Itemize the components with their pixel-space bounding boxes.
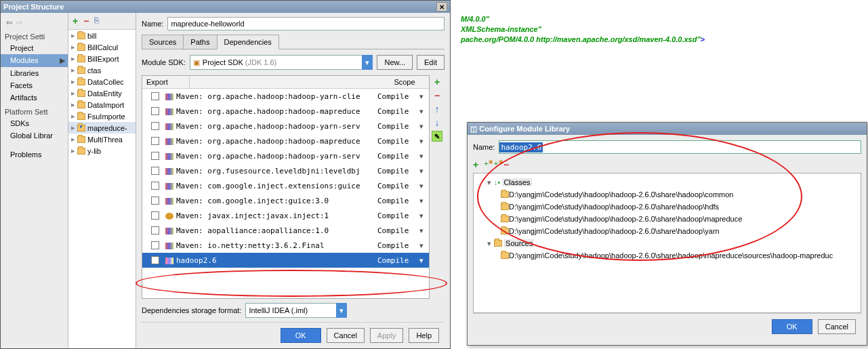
ok-button[interactable]: OK xyxy=(772,319,812,334)
dependency-row[interactable]: Maven: org.apache.hadoop:hadoop-yarn-cli… xyxy=(142,89,429,104)
scope-dropdown-icon[interactable]: ▾ xyxy=(419,256,429,265)
add-lib-icon[interactable]: +▣ xyxy=(494,159,498,170)
edit-button[interactable]: Edit xyxy=(417,55,445,70)
titlebar[interactable]: Project Structure ✕ xyxy=(1,1,450,13)
scope-dropdown-icon[interactable]: ▾ xyxy=(419,182,429,190)
dependency-row[interactable]: Maven: javax.inject:javax.inject:1Compil… xyxy=(142,208,429,223)
sidebar-item-artifacts[interactable]: Artifacts xyxy=(1,91,68,104)
remove-icon[interactable]: − xyxy=(83,16,89,26)
edit-dep-icon[interactable]: ✎ xyxy=(432,131,442,142)
scope-dropdown-icon[interactable]: ▾ xyxy=(419,211,429,220)
scope-value: Compile xyxy=(377,241,419,250)
export-checkbox[interactable] xyxy=(151,137,159,145)
apply-button[interactable]: Apply xyxy=(370,328,404,343)
dependency-row[interactable]: hadoop2.6Compile▾ xyxy=(142,253,429,268)
scope-dropdown-icon[interactable]: ▾ xyxy=(419,137,429,146)
module-item[interactable]: ▸y-lib xyxy=(68,145,136,157)
dependency-row[interactable]: Maven: org.apache.hadoop:hadoop-mapreduc… xyxy=(142,134,429,148)
scope-dropdown-icon[interactable]: ▾ xyxy=(419,241,429,250)
dependency-row[interactable]: Maven: aopalliance:aopalliance:1.0Compil… xyxy=(142,223,429,238)
tab-dependencies[interactable]: Dependencies xyxy=(217,35,279,49)
dependency-row[interactable]: Maven: org.apache.hadoop:hadoop-mapreduc… xyxy=(142,104,429,119)
scope-dropdown-icon[interactable]: ▾ xyxy=(419,152,429,161)
folder-icon xyxy=(77,125,85,131)
tree-path-item[interactable]: D:\yangjm\Code\study\hadoop\hadoop-2.6.0… xyxy=(476,201,858,213)
dep-add-icon[interactable]: + xyxy=(432,77,442,87)
module-item[interactable]: ▸DataEntity xyxy=(68,87,136,99)
export-checkbox[interactable] xyxy=(151,152,159,160)
ok-button[interactable]: OK xyxy=(281,328,321,343)
sdk-combo[interactable]: ▣ Project SDK (JDK 1.6) ▾ xyxy=(190,55,373,70)
scope-dropdown-icon[interactable]: ▾ xyxy=(419,226,429,235)
sidebar-item-libraries[interactable]: Libraries xyxy=(1,67,68,79)
dependency-row[interactable]: Maven: com.google.inject:guice:3.0Compil… xyxy=(142,193,429,208)
module-item[interactable]: ▸BillExport xyxy=(68,53,136,64)
copy-icon[interactable]: ⎘ xyxy=(94,16,99,26)
tab-sources[interactable]: Sources xyxy=(142,35,184,49)
module-item[interactable]: ▸DataImport xyxy=(68,99,136,110)
remove-icon[interactable]: − xyxy=(503,159,509,170)
module-item[interactable]: ▸bill xyxy=(68,30,136,41)
export-checkbox[interactable] xyxy=(151,182,159,190)
move-down-icon[interactable]: ↓ xyxy=(432,117,442,128)
scope-dropdown-icon[interactable]: ▾ xyxy=(419,167,429,176)
add-icon[interactable]: + xyxy=(473,159,478,170)
dependency-row[interactable]: Maven: org.apache.hadoop:hadoop-yarn-ser… xyxy=(142,119,429,134)
export-checkbox[interactable] xyxy=(151,107,159,115)
scope-dropdown-icon[interactable]: ▾ xyxy=(419,92,429,101)
dependency-row[interactable]: Maven: org.apache.hadoop:hadoop-yarn-ser… xyxy=(142,148,429,163)
module-name-input[interactable] xyxy=(167,17,445,30)
dependency-row[interactable]: Maven: com.google.inject.extensions:guic… xyxy=(142,178,429,193)
cancel-button[interactable]: Cancel xyxy=(818,319,856,334)
module-item[interactable]: ▸FsuImporte xyxy=(68,110,136,122)
dep-remove-icon[interactable]: − xyxy=(432,90,442,101)
library-name-input[interactable]: hadoop2.6 xyxy=(499,140,861,154)
storage-combo[interactable]: IntelliJ IDEA (.iml) ▾ xyxy=(245,303,347,318)
scope-dropdown-icon[interactable]: ▾ xyxy=(419,107,429,116)
tree-path-item[interactable]: D:\yangjm\Code\study\hadoop\hadoop-2.6.0… xyxy=(476,249,858,262)
library-tree[interactable]: ▾↓▪Classes D:\yangjm\Code\study\hadoop\h… xyxy=(473,173,861,313)
dependency-row[interactable]: Maven: org.fusesource.leveldbjni:leveldb… xyxy=(142,163,429,178)
sidebar-item-global-librar[interactable]: Global Librar xyxy=(1,129,68,142)
sidebar-item-problems[interactable]: Problems xyxy=(1,148,68,161)
add-dir-icon[interactable]: +▣ xyxy=(484,159,488,170)
export-checkbox[interactable] xyxy=(151,92,159,100)
module-item[interactable]: ▸ctas xyxy=(68,64,136,76)
help-button[interactable]: Help xyxy=(409,328,439,343)
collapse-icon[interactable]: ▾ xyxy=(487,239,491,248)
scope-dropdown-icon[interactable]: ▾ xyxy=(419,122,429,131)
scope-dropdown-icon[interactable]: ▾ xyxy=(419,197,429,205)
collapse-icon[interactable]: ▾ xyxy=(487,178,491,187)
module-item[interactable]: ▸MultiThrea xyxy=(68,134,136,145)
export-checkbox[interactable] xyxy=(151,122,159,130)
dependencies-table[interactable]: Export Scope Maven: org.apache.hadoop:ha… xyxy=(142,75,430,299)
scope-value: Compile xyxy=(377,197,419,205)
export-checkbox[interactable] xyxy=(151,197,159,205)
tree-path-item[interactable]: D:\yangjm\Code\study\hadoop\hadoop-2.6.0… xyxy=(476,213,858,225)
module-item[interactable]: ▸BillCalcul xyxy=(68,41,136,53)
new-button[interactable]: New... xyxy=(377,55,413,70)
tree-path-item[interactable]: D:\yangjm\Code\study\hadoop\hadoop-2.6.0… xyxy=(476,188,858,201)
close-icon[interactable]: ✕ xyxy=(436,2,447,12)
scope-value: Compile xyxy=(377,167,419,176)
sidebar-item-facets[interactable]: Facets xyxy=(1,79,68,91)
forward-icon[interactable]: ⇨ xyxy=(16,18,22,27)
tab-paths[interactable]: Paths xyxy=(183,35,217,49)
export-checkbox[interactable] xyxy=(151,211,159,220)
sidebar-item-sdks[interactable]: SDKs xyxy=(1,117,68,129)
move-up-icon[interactable]: ↑ xyxy=(432,104,442,115)
back-icon[interactable]: ⇦ xyxy=(6,18,12,27)
add-icon[interactable]: + xyxy=(73,16,78,26)
titlebar[interactable]: ◫ Configure Module Library xyxy=(468,123,867,135)
export-checkbox[interactable] xyxy=(151,256,159,264)
export-checkbox[interactable] xyxy=(151,167,159,175)
dependency-row[interactable]: Maven: io.netty:netty:3.6.2.FinalCompile… xyxy=(142,238,429,253)
module-item[interactable]: ▸DataCollec xyxy=(68,76,136,87)
module-item[interactable]: ▸mapreduce- xyxy=(68,122,136,134)
sidebar-item-project[interactable]: Project xyxy=(1,42,68,54)
sidebar-item-modules[interactable]: Modules▶ xyxy=(1,54,68,67)
export-checkbox[interactable] xyxy=(151,226,159,234)
tree-path-item[interactable]: D:\yangjm\Code\study\hadoop\hadoop-2.6.0… xyxy=(476,225,858,237)
cancel-button[interactable]: Cancel xyxy=(327,328,365,343)
export-checkbox[interactable] xyxy=(151,241,159,249)
